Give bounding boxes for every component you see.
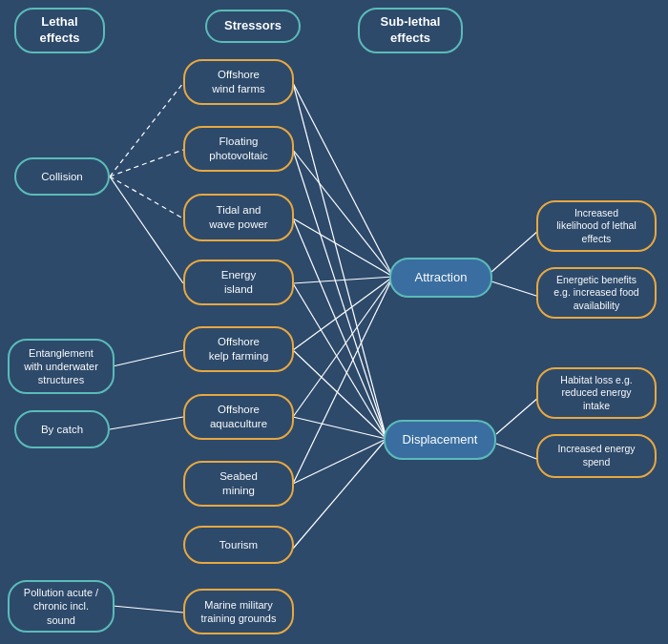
svg-line-23	[491, 281, 539, 297]
bycatch-node: By catch	[14, 410, 110, 448]
svg-line-7	[293, 83, 386, 439]
increased-energy-spend-node: Increased energyspend	[536, 434, 657, 478]
svg-line-9	[293, 218, 386, 439]
svg-line-19	[113, 350, 183, 366]
tourism-node: Tourism	[183, 526, 294, 564]
svg-line-21	[113, 606, 183, 613]
svg-line-6	[293, 277, 393, 484]
energy-island-node: Energyisland	[183, 260, 294, 305]
svg-line-10	[293, 283, 386, 439]
svg-line-5	[293, 277, 393, 417]
collision-node: Collision	[14, 157, 110, 196]
svg-line-13	[293, 439, 386, 484]
svg-line-20	[110, 417, 183, 429]
svg-line-15	[110, 83, 183, 177]
habitat-loss-node: Habitat loss e.g.reduced energyintake	[536, 367, 657, 419]
diagram-container: Lethal effects Stressors Sub-lethal effe…	[0, 0, 668, 644]
pollution-node: Pollution acute /chronic incl.sound	[8, 580, 115, 633]
entanglement-node: Entanglementwith underwaterstructures	[8, 339, 115, 394]
displacement-node: Displacement	[384, 420, 496, 460]
svg-line-25	[496, 444, 539, 460]
offshore-wind-node: Offshorewind farms	[183, 59, 294, 105]
offshore-aqua-node: Offshoreaquaculture	[183, 394, 294, 440]
tidal-wave-node: Tidal andwave power	[183, 194, 294, 241]
lethal-effects-header: Lethal effects	[14, 8, 105, 53]
svg-line-8	[293, 150, 386, 439]
increased-lethal-node: Increasedlikelihood of lethaleffects	[536, 200, 657, 252]
marine-training-node: Marine militarytraining grounds	[183, 589, 294, 634]
offshore-kelp-node: Offshorekelp farming	[183, 326, 294, 372]
connection-lines	[0, 0, 668, 644]
seabed-mining-node: Seabedmining	[183, 461, 294, 507]
stressors-header: Stressors	[205, 10, 301, 43]
svg-line-22	[491, 230, 539, 272]
svg-line-16	[110, 150, 183, 177]
svg-line-3	[293, 277, 393, 283]
svg-line-18	[110, 177, 183, 283]
svg-line-11	[293, 350, 386, 439]
energetic-benefits-node: Energetic benefitse.g. increased foodava…	[536, 267, 657, 319]
svg-line-17	[110, 177, 183, 218]
sublethal-effects-header: Sub-lethal effects	[358, 8, 463, 53]
svg-line-0	[293, 83, 393, 277]
svg-line-12	[293, 417, 386, 439]
svg-line-14	[293, 439, 386, 549]
svg-line-24	[496, 397, 539, 434]
attraction-node: Attraction	[389, 258, 492, 298]
floating-pv-node: Floatingphotovoltaic	[183, 126, 294, 172]
svg-line-1	[293, 150, 393, 277]
svg-line-4	[293, 277, 393, 350]
svg-line-2	[293, 218, 393, 277]
